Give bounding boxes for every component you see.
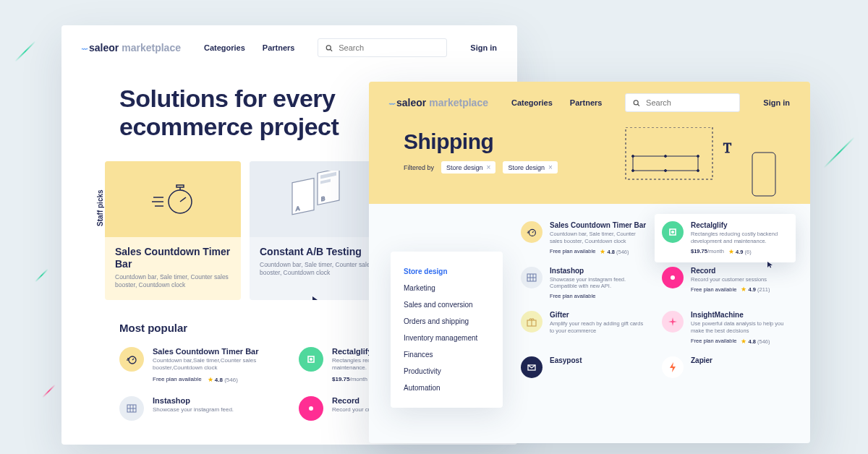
- ab-test-icon: A B: [281, 171, 354, 228]
- staff-card[interactable]: Sales Countdown Timer Bar Countdown bar,…: [105, 161, 241, 300]
- staff-card[interactable]: A B Constant A/B Testing Countdown bar, …: [250, 161, 386, 300]
- logo[interactable]: 〰 saleor marketplace: [389, 97, 488, 108]
- card-illustration: [105, 161, 241, 237]
- star-icon: ★: [741, 338, 746, 345]
- svg-text:T: T: [723, 141, 731, 155]
- search-box[interactable]: [625, 93, 740, 112]
- item-title: Instashop: [153, 396, 280, 405]
- card-title: Constant A/B Testing: [260, 246, 375, 258]
- nav-categories[interactable]: Categories: [511, 98, 553, 107]
- svg-rect-29: [633, 156, 698, 171]
- card-desc: Countdown bar, Sale timer, Counter sales…: [260, 261, 375, 278]
- popular-item[interactable]: Instashop Showcase your instagram feed.: [119, 396, 280, 421]
- card-title: Sales Countdown Timer Bar: [115, 246, 231, 270]
- plan-badge: Free plan available: [153, 376, 202, 382]
- result-item[interactable]: Sales Countdown Timer Bar Countdown bar,…: [521, 221, 647, 255]
- svg-text:B: B: [321, 195, 325, 202]
- square-icon: [662, 221, 684, 243]
- item-title: Record: [691, 267, 788, 275]
- svg-point-32: [632, 170, 634, 172]
- timer-icon: [119, 347, 144, 372]
- nav-categories[interactable]: Categories: [204, 43, 245, 52]
- decoration-line: [42, 384, 56, 398]
- svg-point-35: [665, 170, 667, 172]
- item-desc: Showcase your instagram feed. Compatible…: [550, 276, 647, 291]
- decoration-line: [823, 137, 855, 168]
- logo-name: saleor: [396, 97, 426, 108]
- signin-link[interactable]: Sign in: [470, 43, 497, 52]
- logo-swoosh-icon: 〰: [389, 101, 395, 108]
- item-desc: Amplify your reach by adding gift cards …: [550, 320, 647, 335]
- nav-bar: 〰 saleor marketplace Categories Partners…: [369, 82, 810, 124]
- search-box[interactable]: [318, 38, 447, 57]
- star-icon: ★: [728, 248, 734, 255]
- price: $19.75/month: [691, 248, 724, 254]
- zap-icon: [662, 356, 684, 378]
- item-desc: Countdown bar, Sale timer, Counter sales…: [550, 231, 647, 245]
- result-item[interactable]: Rectalglify Rectangles reducing costly b…: [655, 214, 796, 262]
- svg-point-30: [632, 155, 634, 158]
- item-title: Sales Countdown Timer Bar: [153, 347, 280, 356]
- item-title: Instashop: [550, 267, 647, 275]
- item-title: Sales Countdown Timer Bar: [550, 221, 647, 229]
- svg-point-25: [309, 406, 313, 411]
- svg-rect-37: [752, 153, 775, 196]
- item-desc: Rectangles reducing costly backend devel…: [691, 231, 788, 245]
- rating: ★ 4.9 (211): [741, 286, 770, 293]
- chip-remove-icon[interactable]: ×: [487, 163, 491, 171]
- chip-remove-icon[interactable]: ×: [548, 163, 553, 171]
- grid-icon: [119, 396, 144, 421]
- nav-bar: 〰 saleor marketplace Categories Partners…: [61, 25, 517, 70]
- svg-point-0: [327, 45, 331, 49]
- category-item[interactable]: Marketing: [404, 280, 490, 296]
- rating: ★ 4.9 (6): [728, 248, 752, 255]
- logo-name: saleor: [89, 42, 119, 53]
- star-icon: ★: [741, 286, 746, 293]
- svg-point-33: [697, 170, 699, 172]
- svg-point-26: [634, 100, 639, 104]
- nav-partners[interactable]: Partners: [570, 98, 603, 107]
- result-item[interactable]: Gifter Amplify your reach by adding gift…: [521, 311, 647, 345]
- svg-line-1: [331, 49, 332, 51]
- gift-icon: [521, 311, 542, 333]
- item-desc: Record your customer sessions: [691, 276, 788, 283]
- logo[interactable]: 〰 saleor marketplace: [82, 42, 181, 53]
- category-item[interactable]: Productivity: [404, 363, 490, 380]
- decoration-line: [35, 268, 48, 282]
- logo-swoosh-icon: 〰: [82, 46, 88, 53]
- header-band: 〰 saleor marketplace Categories Partners…: [369, 82, 810, 204]
- category-item[interactable]: Sales and conversion: [404, 296, 490, 313]
- dot-icon: [662, 267, 684, 288]
- grid-icon: [521, 267, 542, 288]
- result-item[interactable]: InsightMachine Use powerful data analysi…: [662, 311, 788, 345]
- search-input[interactable]: [646, 98, 732, 107]
- window-category: 〰 saleor marketplace Categories Partners…: [369, 82, 810, 443]
- popular-item[interactable]: Sales Countdown Timer Bar Countdown bar,…: [119, 347, 280, 383]
- category-item[interactable]: Store design: [404, 263, 490, 280]
- search-input[interactable]: [339, 43, 439, 52]
- category-item[interactable]: Finances: [404, 346, 490, 363]
- svg-line-16: [132, 359, 134, 360]
- filter-chip[interactable]: Store design×: [503, 161, 557, 174]
- square-icon: [299, 347, 323, 372]
- rating: ★ 4.8 (546): [600, 248, 629, 255]
- decoration-line: [14, 40, 36, 62]
- nav-partners[interactable]: Partners: [263, 43, 295, 52]
- result-item[interactable]: Zapier: [662, 356, 788, 378]
- svg-rect-4: [176, 185, 184, 187]
- category-item[interactable]: Orders and shipping: [404, 313, 490, 330]
- result-item[interactable]: Record Record your customer sessions Fre…: [662, 267, 788, 300]
- category-item[interactable]: Inventory management: [404, 330, 490, 346]
- plan-badge: Free plan available: [550, 248, 595, 254]
- result-item[interactable]: Easypost: [521, 356, 647, 378]
- nav-links: Categories Partners: [511, 98, 603, 107]
- signin-link[interactable]: Sign in: [763, 98, 790, 107]
- item-title: Zapier: [691, 356, 788, 364]
- svg-rect-28: [626, 127, 712, 179]
- filter-chip[interactable]: Store design×: [441, 161, 495, 174]
- item-title: Rectalglify: [691, 221, 788, 229]
- rating: ★ 4.8 (546): [741, 338, 770, 345]
- category-item[interactable]: Automation: [404, 380, 490, 396]
- logo-suffix: marketplace: [122, 42, 181, 53]
- result-item[interactable]: Instashop Showcase your instagram feed. …: [521, 267, 647, 300]
